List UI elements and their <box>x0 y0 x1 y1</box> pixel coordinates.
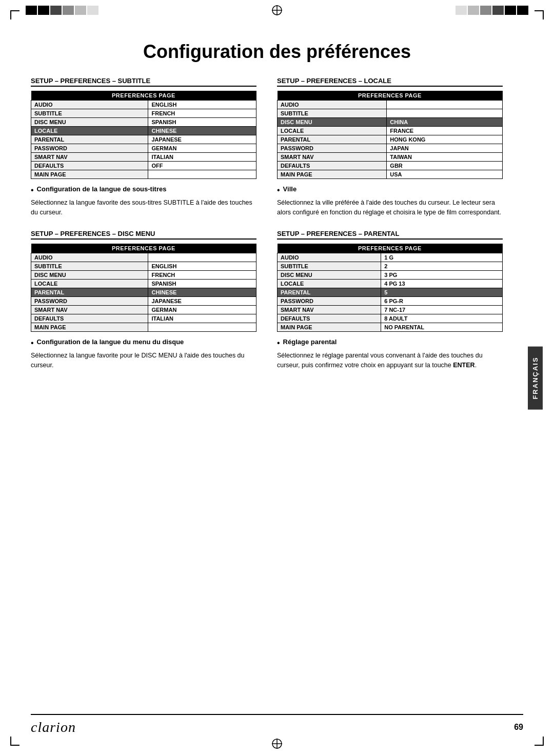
table-row: SPANISH <box>148 279 256 288</box>
table-row: LOCALE <box>278 279 381 288</box>
table-row: PARENTAL <box>31 135 148 144</box>
table-row: SUBTITLE <box>31 109 148 118</box>
table-row: HONG KONG <box>387 135 503 144</box>
parental-table-header: PREFERENCES PAGE <box>278 244 503 253</box>
parental-bullet: • Réglage parental <box>277 338 503 348</box>
content-grid: SETUP – PREFERENCES – SUBTITLE PREFERENC… <box>31 77 503 370</box>
discmenu-bullet: • Configuration de la langue du menu du … <box>31 338 256 348</box>
table-row: PASSWORD <box>278 296 381 305</box>
parental-prefs-table: PREFERENCES PAGE AUDIO1 GSUBTITLE2DISC M… <box>277 244 503 332</box>
table-row: FRENCH <box>148 109 256 118</box>
table-row: 3 PG <box>381 270 503 279</box>
table-row: PASSWORD <box>278 144 387 153</box>
table-row: DEFAULTS <box>31 162 148 170</box>
page-title: Configuration des préférences <box>31 41 523 63</box>
table-row <box>387 101 503 109</box>
table-row: SMART NAV <box>278 153 387 162</box>
table-row: PASSWORD <box>31 296 148 305</box>
table-row: PARENTAL <box>278 135 387 144</box>
table-row: ITALIAN <box>148 314 256 323</box>
table-row: 5 <box>381 288 503 296</box>
discmenu-bullet-title: Configuration de la langue du menu du di… <box>37 338 184 346</box>
table-row: JAPANESE <box>148 296 256 305</box>
table-row: DEFAULTS <box>31 314 148 323</box>
table-row: AUDIO <box>31 253 148 262</box>
table-row: TAIWAN <box>387 153 503 162</box>
table-row: DISC MENU <box>31 270 148 279</box>
page-number: 69 <box>514 723 523 732</box>
locale-section: SETUP – PREFERENCES – LOCALE PREFERENCES… <box>277 77 503 217</box>
table-row: FRANCE <box>387 127 503 135</box>
table-row: 4 PG 13 <box>381 279 503 288</box>
table-row: 7 NC-17 <box>381 305 503 314</box>
discmenu-section-title: SETUP – PREFERENCES – DISC MENU <box>31 230 256 240</box>
subtitle-table-header: PREFERENCES PAGE <box>31 91 256 101</box>
discmenu-table-header: PREFERENCES PAGE <box>31 244 256 253</box>
table-row: MAIN PAGE <box>278 323 381 331</box>
discmenu-prefs-table: PREFERENCES PAGE AUDIOSUBTITLEENGLISHDIS… <box>31 244 256 332</box>
table-row: 2 <box>381 262 503 270</box>
table-row: CHINESE <box>148 288 256 296</box>
table-row: FRENCH <box>148 270 256 279</box>
table-row: ENGLISH <box>148 262 256 270</box>
subtitle-section-title: SETUP – PREFERENCES – SUBTITLE <box>31 77 256 87</box>
table-row: 6 PG-R <box>381 296 503 305</box>
discmenu-section: SETUP – PREFERENCES – DISC MENU PREFEREN… <box>31 230 256 370</box>
table-row: DISC MENU <box>31 118 148 127</box>
subtitle-prefs-table: PREFERENCES PAGE AUDIOENGLISHSUBTITLEFRE… <box>31 91 256 179</box>
table-row: PARENTAL <box>31 288 148 296</box>
table-row: LOCALE <box>31 279 148 288</box>
locale-bullet-title: Ville <box>283 185 297 193</box>
table-row: AUDIO <box>278 253 381 262</box>
subtitle-body: Sélectionnez la langue favorite des sous… <box>31 198 256 217</box>
discmenu-body: Sélectionnez la langue favorite pour le … <box>31 351 256 370</box>
table-row <box>148 323 256 331</box>
locale-prefs-table: PREFERENCES PAGE AUDIOSUBTITLEDISC MENUC… <box>277 91 503 179</box>
table-row: CHINA <box>387 118 503 127</box>
table-row: OFF <box>148 162 256 170</box>
locale-table-header: PREFERENCES PAGE <box>278 91 503 101</box>
table-row: NO PARENTAL <box>381 323 503 331</box>
table-row: PARENTAL <box>278 288 381 296</box>
table-row: JAPANESE <box>148 135 256 144</box>
locale-section-title: SETUP – PREFERENCES – LOCALE <box>277 77 503 87</box>
table-row: SPANISH <box>148 118 256 127</box>
table-row: AUDIO <box>31 101 148 109</box>
corner-mark-bl <box>10 737 19 746</box>
bottom-bar: clarion 69 <box>31 714 523 735</box>
locale-bullet: • Ville <box>277 185 503 195</box>
corner-mark-br <box>535 737 544 746</box>
table-row: ENGLISH <box>148 101 256 109</box>
crosshair-top-icon <box>271 4 283 16</box>
table-row: AUDIO <box>278 101 387 109</box>
table-row: LOCALE <box>278 127 387 135</box>
table-row: JAPAN <box>387 144 503 153</box>
clarion-logo: clarion <box>31 719 76 735</box>
crosshair-bottom-icon <box>271 738 283 750</box>
corner-mark-tl <box>10 10 19 19</box>
table-row <box>387 109 503 118</box>
corner-mark-tr <box>535 10 544 19</box>
subtitle-bullet: • Configuration de la langue de sous-tit… <box>31 185 256 195</box>
table-row <box>148 170 256 179</box>
table-row: GBR <box>387 162 503 170</box>
table-row: GERMAN <box>148 144 256 153</box>
parental-bullet-title: Réglage parental <box>283 338 337 346</box>
table-row: MAIN PAGE <box>31 170 148 179</box>
subtitle-section: SETUP – PREFERENCES – SUBTITLE PREFERENC… <box>31 77 256 217</box>
table-row: DISC MENU <box>278 118 387 127</box>
parental-section: SETUP – PREFERENCES – PARENTAL PREFERENC… <box>277 230 503 370</box>
table-row: SUBTITLE <box>278 109 387 118</box>
subtitle-bullet-title: Configuration de la langue de sous-titre… <box>37 185 167 193</box>
table-row: DEFAULTS <box>278 162 387 170</box>
table-row: SUBTITLE <box>278 262 381 270</box>
table-row: 8 ADULT <box>381 314 503 323</box>
table-row: CHINESE <box>148 127 256 135</box>
parental-section-title: SETUP – PREFERENCES – PARENTAL <box>277 230 503 240</box>
table-row: DEFAULTS <box>278 314 381 323</box>
table-row: SMART NAV <box>31 305 148 314</box>
table-row: SMART NAV <box>278 305 381 314</box>
table-row: GERMAN <box>148 305 256 314</box>
table-row: 1 G <box>381 253 503 262</box>
table-row: LOCALE <box>31 127 148 135</box>
